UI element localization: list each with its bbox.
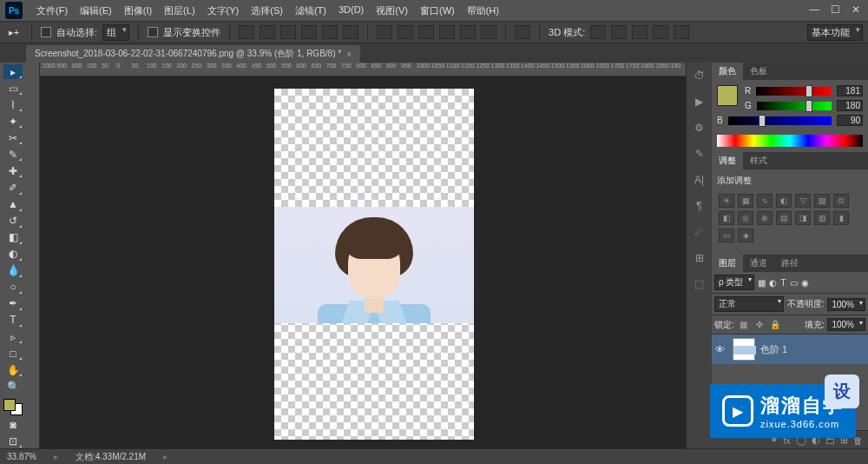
canvas-area[interactable]: 1000900800100500501001502002503003504004… bbox=[40, 63, 686, 448]
filter-pixel-icon[interactable]: ▦ bbox=[758, 278, 766, 288]
nav-panel-icon[interactable]: ⊞ bbox=[692, 252, 707, 266]
swatches-tab[interactable]: 色板 bbox=[743, 63, 774, 80]
b-value[interactable]: 90 bbox=[837, 115, 863, 126]
adj-bw-icon[interactable]: ◧ bbox=[719, 211, 734, 225]
3d-panel-icon[interactable]: ⬚ bbox=[692, 278, 707, 292]
hand-tool[interactable]: ✋ bbox=[3, 362, 23, 377]
auto-select-dropdown[interactable]: 组 bbox=[102, 24, 129, 41]
tab-close-icon[interactable]: × bbox=[346, 50, 352, 59]
eraser-tool[interactable]: ◧ bbox=[3, 230, 23, 245]
history-brush-tool[interactable]: ↺ bbox=[3, 214, 23, 229]
filter-smart-icon[interactable]: ◉ bbox=[801, 278, 809, 288]
fg-color-swatch[interactable] bbox=[3, 399, 16, 411]
r-value[interactable]: 181 bbox=[837, 85, 863, 96]
layer-row[interactable]: 👁 色阶 1 bbox=[712, 335, 868, 364]
menu-image[interactable]: 图像(I) bbox=[119, 3, 157, 19]
clone-panel-icon[interactable]: ☄ bbox=[692, 226, 707, 240]
quickmask-tool[interactable]: ◙ bbox=[3, 417, 23, 432]
align-top-icon[interactable] bbox=[239, 25, 254, 39]
adj-curves-icon[interactable]: ∿ bbox=[757, 194, 773, 208]
layer-visibility-icon[interactable]: 👁 bbox=[715, 344, 727, 355]
lock-all-icon[interactable]: 🔒 bbox=[769, 320, 781, 330]
document-tab[interactable]: Screenshot_2018-03-06-22-02-31-066724079… bbox=[26, 45, 360, 63]
adj-levels-icon[interactable]: ▦ bbox=[738, 194, 753, 208]
styles-tab[interactable]: 样式 bbox=[743, 152, 774, 169]
adj-invert-icon[interactable]: ◨ bbox=[795, 211, 811, 225]
fill-value[interactable]: 100% bbox=[827, 318, 865, 331]
properties-panel-icon[interactable]: ⚙ bbox=[692, 122, 707, 136]
adj-hue-icon[interactable]: ▧ bbox=[814, 194, 830, 208]
adj-balance-icon[interactable]: ⚖ bbox=[833, 194, 849, 208]
layers-tab[interactable]: 图层 bbox=[712, 255, 743, 272]
lasso-tool[interactable]: ⌇ bbox=[3, 97, 23, 112]
align-hcenter-icon[interactable] bbox=[322, 25, 338, 39]
dist-1-icon[interactable] bbox=[377, 25, 392, 39]
actions-panel-icon[interactable]: ▶ bbox=[692, 96, 707, 109]
workspace-dropdown[interactable]: 基本功能 bbox=[807, 24, 863, 41]
healing-tool[interactable]: ✚ bbox=[3, 163, 23, 178]
layer-thumbnail[interactable] bbox=[733, 338, 755, 361]
adj-posterize-icon[interactable]: ▥ bbox=[814, 211, 830, 225]
pen-tool[interactable]: ✒ bbox=[3, 296, 23, 311]
shape-tool[interactable]: □ bbox=[3, 346, 23, 361]
type-tool[interactable]: T bbox=[3, 313, 23, 328]
minimize-button[interactable]: — bbox=[807, 5, 821, 16]
3d-2-icon[interactable] bbox=[611, 25, 627, 39]
blur-tool[interactable]: 💧 bbox=[3, 263, 23, 278]
marquee-tool[interactable]: ▭ bbox=[3, 81, 23, 96]
stamp-tool[interactable]: ▲ bbox=[3, 197, 23, 212]
menu-select[interactable]: 选择(S) bbox=[246, 3, 288, 19]
menu-layer[interactable]: 图层(L) bbox=[159, 3, 200, 19]
menu-window[interactable]: 窗口(W) bbox=[415, 3, 460, 19]
lock-position-icon[interactable]: ✜ bbox=[753, 320, 766, 330]
color-swatches[interactable] bbox=[3, 399, 23, 415]
3d-4-icon[interactable] bbox=[653, 25, 668, 39]
color-preview[interactable] bbox=[717, 85, 738, 106]
3d-1-icon[interactable] bbox=[590, 25, 606, 39]
adj-photo-filter-icon[interactable]: ◎ bbox=[738, 211, 753, 225]
menu-3d[interactable]: 3D(D) bbox=[333, 3, 369, 19]
dist-2-icon[interactable] bbox=[398, 25, 413, 39]
para-panel-icon[interactable]: ¶ bbox=[692, 200, 707, 214]
dist-3-icon[interactable] bbox=[418, 25, 434, 39]
align-bottom-icon[interactable] bbox=[280, 25, 296, 39]
align-vcenter-icon[interactable] bbox=[260, 25, 275, 39]
adj-lookup-icon[interactable]: ▤ bbox=[776, 211, 792, 225]
color-tab[interactable]: 颜色 bbox=[712, 63, 743, 80]
quick-select-tool[interactable]: ✦ bbox=[3, 114, 23, 129]
zoom-level[interactable]: 33.87% bbox=[7, 452, 36, 461]
gradient-tool[interactable]: ◐ bbox=[3, 247, 23, 262]
brush-panel-icon[interactable]: ✎ bbox=[692, 148, 707, 162]
opacity-value[interactable]: 100% bbox=[827, 298, 865, 311]
align-right-icon[interactable] bbox=[343, 25, 358, 39]
dist-4-icon[interactable] bbox=[439, 25, 455, 39]
close-button[interactable]: ✕ bbox=[849, 5, 863, 16]
char-panel-icon[interactable]: A| bbox=[692, 174, 707, 188]
zoom-tool[interactable]: 🔍 bbox=[3, 379, 23, 394]
history-panel-icon[interactable]: ⏱ bbox=[692, 70, 707, 83]
adj-mixer-icon[interactable]: ⊕ bbox=[757, 211, 773, 225]
menu-type[interactable]: 文字(Y) bbox=[202, 3, 245, 19]
filter-adj-icon[interactable]: ◐ bbox=[769, 278, 777, 288]
maximize-button[interactable]: ☐ bbox=[828, 5, 842, 16]
arrange-icon[interactable] bbox=[515, 25, 530, 39]
adj-gradientmap-icon[interactable]: ▭ bbox=[719, 229, 734, 242]
menu-help[interactable]: 帮助(H) bbox=[462, 3, 504, 19]
adj-selective-icon[interactable]: ◈ bbox=[738, 229, 753, 242]
move-tool-icon[interactable]: ▸+ bbox=[5, 24, 23, 40]
adj-exposure-icon[interactable]: ◐ bbox=[776, 194, 792, 208]
menu-file[interactable]: 文件(F) bbox=[31, 3, 73, 19]
adjustments-tab[interactable]: 调整 bbox=[712, 152, 743, 169]
eyedropper-tool[interactable]: ✎ bbox=[3, 147, 23, 162]
menu-filter[interactable]: 滤镜(T) bbox=[290, 3, 332, 19]
lock-pixels-icon[interactable]: ▦ bbox=[738, 320, 750, 330]
3d-3-icon[interactable] bbox=[632, 25, 648, 39]
auto-select-checkbox[interactable] bbox=[41, 27, 51, 37]
g-slider[interactable] bbox=[757, 102, 832, 110]
crop-tool[interactable]: ✂ bbox=[3, 130, 23, 145]
move-tool[interactable]: ▸ bbox=[3, 64, 23, 79]
filter-type-icon[interactable]: T bbox=[780, 278, 786, 288]
g-value[interactable]: 180 bbox=[837, 100, 863, 111]
layer-filter-dropdown[interactable]: ρ 类型 bbox=[714, 275, 754, 290]
path-select-tool[interactable]: ▹ bbox=[3, 329, 23, 344]
